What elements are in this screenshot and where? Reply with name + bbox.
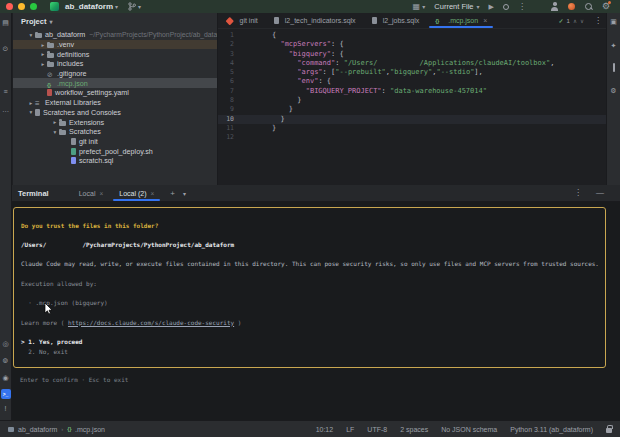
tree-item-workflow-settings-yaml[interactable]: workflow_settings.yaml (13, 88, 217, 98)
status-10-12[interactable]: 10:12 (316, 426, 334, 433)
breadcrumb-file[interactable]: .mcp.json (75, 426, 105, 433)
project-name[interactable]: ab_dataform (65, 2, 113, 11)
code-with-me-icon[interactable] (551, 2, 559, 11)
terminal-line (21, 289, 605, 299)
search-everywhere-icon[interactable] (584, 2, 593, 11)
tree-item-prefect-pool-deploy-sh[interactable]: prefect_pool_deploy.sh (13, 146, 217, 156)
terminal-line[interactable]: 2. No, exit (21, 347, 605, 357)
code-text: } (272, 96, 302, 105)
orange-plugin-icon[interactable] (568, 3, 575, 10)
hide-terminal-icon[interactable]: — (596, 188, 604, 198)
code-text: "command": "/Users/ /Applications/claude… (272, 59, 554, 68)
run-icon[interactable]: ▶ (489, 2, 494, 12)
chevron-down-icon[interactable]: ▾ (183, 190, 186, 197)
status-lf[interactable]: LF (346, 426, 354, 433)
ai-assistant-icon[interactable]: ✦ (609, 41, 619, 51)
terminal-tab-local[interactable]: Local× (71, 185, 112, 201)
fullscreen-window-button[interactable] (30, 3, 37, 10)
prev-problem-icon[interactable]: ∧ (573, 18, 577, 24)
tree-item-label: ab_dataform (45, 30, 85, 39)
folder-icon (35, 33, 42, 38)
close-window-button[interactable] (6, 3, 13, 10)
tree-item-mcp-json[interactable]: .mcp.json (13, 78, 217, 88)
breadcrumb-project[interactable]: ab_dataform (18, 426, 57, 433)
close-tab-icon[interactable]: × (150, 190, 154, 197)
layout-icon[interactable]: ▣ (609, 17, 619, 27)
tree-item-scratch-sql[interactable]: scratch.sql (13, 156, 217, 166)
tab-l2-jobs-sqlx[interactable]: l2_jobs.sqlx (364, 13, 428, 28)
project-icon[interactable]: ▤ (1, 18, 11, 28)
tab-label: .mcp.json (448, 17, 478, 24)
more-actions-icon[interactable]: ⋮ (518, 2, 526, 12)
tree-chevron-icon[interactable]: ▾ (51, 129, 59, 135)
close-tab-icon[interactable]: × (99, 190, 103, 197)
tab-git-init[interactable]: git init (218, 13, 266, 28)
terminal-icon[interactable]: >_ (1, 389, 11, 399)
tree-item-scratches-and-consoles[interactable]: ▾Scratches and Consoles (13, 108, 217, 118)
status-utf-8[interactable]: UTF-8 (367, 426, 387, 433)
tab-l2-tech-indicators-sqlx[interactable]: l2_tech_indicators.sqlx (266, 13, 364, 28)
settings-icon[interactable]: ⚙ (602, 2, 610, 11)
tab-options-icon[interactable]: ⋮ (594, 16, 606, 25)
tree-item-label: prefect_pool_deploy.sh (79, 147, 153, 156)
tree-item-git-init[interactable]: git init (13, 137, 217, 147)
tree-chevron-icon[interactable]: ▾ (27, 109, 35, 115)
tree-item-extensions[interactable]: ▸Extensions (13, 117, 217, 127)
terminal-title[interactable]: Terminal (18, 189, 49, 198)
editor-area[interactable]: git initl2_tech_indicators.sqlxl2_jobs.s… (218, 13, 606, 185)
code-editor[interactable]: 1{2 "mcpServers": {3 "bigquery": {4 "com… (218, 29, 606, 143)
project-panel-title[interactable]: Project (21, 17, 46, 26)
tree-item-gitignore[interactable]: .gitignore (13, 69, 217, 79)
git-branch-widget[interactable]: ▾ (128, 2, 141, 11)
status-2-spaces[interactable]: 2 spaces (400, 426, 428, 433)
tree-item-label: definitions (57, 50, 89, 59)
security-docs-link[interactable]: https://docs.claude.com/s/claude-code-se… (68, 319, 234, 326)
debug-icon[interactable] (503, 4, 509, 10)
page-icon (372, 17, 377, 24)
tree-item-ab-dataform[interactable]: ▾ab_dataform~/PycharmProjects/PythonProj… (13, 30, 217, 40)
tree-chevron-icon[interactable]: ▸ (39, 51, 47, 57)
python-packages-icon[interactable]: ◉ (1, 373, 11, 383)
tab-mcp-json[interactable]: .mcp.json× (427, 13, 495, 28)
tree-item-venv[interactable]: ▸.venv (13, 40, 217, 50)
minimize-window-button[interactable] (18, 3, 25, 10)
status-python-3-11-ab-dataform[interactable]: Python 3.11 (ab_dataform) (510, 426, 593, 433)
close-tab-icon[interactable]: × (483, 17, 487, 24)
status-no-json-schema[interactable]: No JSON schema (441, 426, 497, 433)
inspections-widget[interactable]: ✓ 1 ∧ ∨ (559, 17, 584, 24)
terminal-tab-local-2[interactable]: Local (2)× (111, 185, 162, 201)
more-tool-windows-icon[interactable]: ⋯ (1, 107, 11, 117)
tree-chevron-icon[interactable]: ▾ (27, 32, 35, 38)
tree-chevron-icon[interactable]: ▸ (39, 61, 47, 67)
device-grid-icon[interactable]: ▦ ▾ (413, 2, 426, 12)
plugins-gear-icon[interactable]: ⚙ (609, 86, 619, 96)
right-tool-stripe: ▣✦⚙ (606, 13, 620, 185)
run-config-selector[interactable]: Current File ▾ (434, 2, 479, 11)
problems-icon[interactable]: ! (1, 404, 11, 414)
line-number: 2 (218, 40, 234, 49)
python-console-icon[interactable]: ◎ (1, 339, 11, 349)
terminal-line[interactable]: > 1. Yes, proceed (21, 337, 605, 347)
next-problem-icon[interactable]: ∨ (580, 18, 584, 24)
structure-icon[interactable]: ≡ (1, 87, 11, 97)
tab-label: l2_jobs.sqlx (383, 17, 420, 24)
tree-item-scratches[interactable]: ▾Scratches (13, 127, 217, 137)
tree-chevron-icon[interactable]: ▸ (51, 119, 59, 125)
tree-item-includes[interactable]: ▸includes (13, 59, 217, 69)
tree-item-definitions[interactable]: ▸definitions (13, 49, 217, 59)
terminal-tool-window[interactable]: Terminal Local×Local (2)× + ▾ ⋮ — Do you… (12, 185, 620, 420)
commit-icon[interactable]: ⊙ (1, 44, 11, 54)
tree-chevron-icon[interactable]: ▸ (27, 100, 35, 106)
code-line: 6 "env": { (218, 77, 606, 86)
tree-chevron-icon[interactable]: ▸ (39, 42, 47, 48)
lock-icon[interactable] (606, 428, 612, 433)
folder-icon (47, 43, 54, 48)
terminal-options-icon[interactable]: ⋮ (574, 188, 582, 198)
tree-item-label: Scratches and Consoles (43, 108, 121, 117)
services-icon[interactable]: ⊚ (1, 356, 11, 366)
terminal-line (21, 308, 605, 318)
project-tree: ▾ab_dataform~/PycharmProjects/PythonProj… (13, 30, 217, 166)
tree-item-external-libraries[interactable]: ▸External Libraries (13, 98, 217, 108)
new-terminal-tab-button[interactable]: + (170, 189, 175, 198)
database-icon[interactable] (609, 63, 619, 73)
